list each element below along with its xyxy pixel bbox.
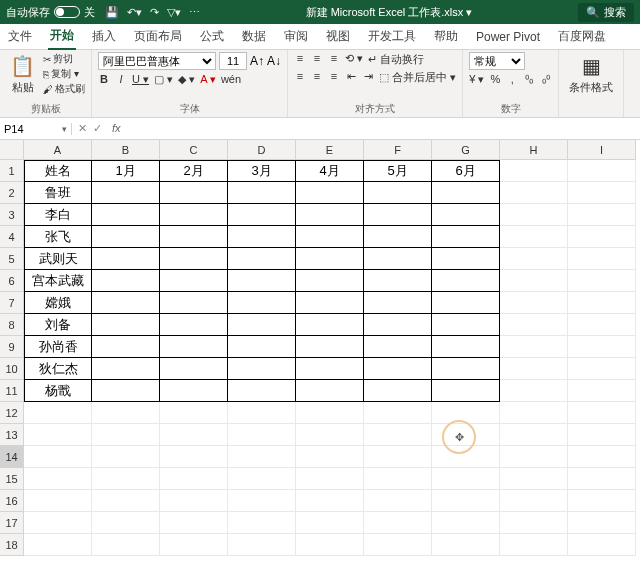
cell[interactable]	[228, 292, 296, 314]
cell[interactable]	[24, 534, 92, 556]
cell[interactable]	[364, 182, 432, 204]
cell[interactable]	[432, 512, 500, 534]
format-painter-button[interactable]: 🖌 格式刷	[43, 82, 85, 96]
cell[interactable]	[568, 248, 636, 270]
row-header[interactable]: 12	[0, 402, 24, 424]
increase-indent-button[interactable]: ⇥	[362, 70, 374, 85]
increase-decimal-button[interactable]: ⁰₀	[523, 73, 535, 86]
cell[interactable]	[568, 424, 636, 446]
row-header[interactable]: 15	[0, 468, 24, 490]
tab-review[interactable]: 审阅	[282, 24, 310, 49]
cell[interactable]	[296, 314, 364, 336]
cell[interactable]	[500, 336, 568, 358]
cell[interactable]	[296, 182, 364, 204]
cell[interactable]	[568, 512, 636, 534]
cell[interactable]	[228, 204, 296, 226]
cell[interactable]	[92, 468, 160, 490]
fx-icon[interactable]: fx	[108, 122, 125, 135]
column-header[interactable]: G	[432, 140, 500, 160]
cell[interactable]	[432, 380, 500, 402]
number-format-select[interactable]: 常规	[469, 52, 525, 70]
cell[interactable]	[24, 402, 92, 424]
column-header[interactable]: B	[92, 140, 160, 160]
cell[interactable]: 4月	[296, 160, 364, 182]
align-middle-button[interactable]: ≡	[311, 52, 323, 67]
cell[interactable]	[92, 292, 160, 314]
row-header[interactable]: 13	[0, 424, 24, 446]
name-box[interactable]: P14 ▾	[0, 123, 72, 135]
paste-button[interactable]: 📋 粘贴	[6, 52, 39, 97]
cell[interactable]	[500, 314, 568, 336]
comma-button[interactable]: ,	[506, 73, 518, 86]
merge-center-button[interactable]: ⬚ 合并后居中 ▾	[379, 70, 456, 85]
cell[interactable]	[160, 424, 228, 446]
cell[interactable]	[364, 270, 432, 292]
cell[interactable]	[500, 380, 568, 402]
cell[interactable]	[92, 534, 160, 556]
tab-insert[interactable]: 插入	[90, 24, 118, 49]
cell[interactable]	[364, 468, 432, 490]
cell[interactable]	[364, 336, 432, 358]
cell[interactable]	[92, 402, 160, 424]
cell[interactable]	[160, 358, 228, 380]
cell[interactable]	[228, 270, 296, 292]
cell[interactable]	[92, 204, 160, 226]
font-name-select[interactable]: 阿里巴巴普惠体	[98, 52, 216, 70]
cell[interactable]	[500, 160, 568, 182]
decrease-indent-button[interactable]: ⇤	[345, 70, 357, 85]
align-bottom-button[interactable]: ≡	[328, 52, 340, 67]
cell[interactable]	[364, 534, 432, 556]
cell[interactable]	[364, 314, 432, 336]
cell[interactable]	[92, 226, 160, 248]
cell[interactable]	[92, 358, 160, 380]
cell[interactable]	[364, 248, 432, 270]
cell[interactable]: 6月	[432, 160, 500, 182]
currency-button[interactable]: ¥ ▾	[469, 73, 484, 86]
column-header[interactable]: H	[500, 140, 568, 160]
tab-layout[interactable]: 页面布局	[132, 24, 184, 49]
column-header[interactable]: F	[364, 140, 432, 160]
cell[interactable]	[500, 512, 568, 534]
tab-baidu[interactable]: 百度网盘	[556, 24, 608, 49]
cell[interactable]	[500, 446, 568, 468]
cell[interactable]	[568, 402, 636, 424]
cell[interactable]	[92, 336, 160, 358]
cell[interactable]	[160, 336, 228, 358]
cell[interactable]	[92, 490, 160, 512]
cell-grid[interactable]: 姓名1月2月3月4月5月6月鲁班李白张飞武则天宫本武藏嫦娥刘备孙尚香狄仁杰杨戬	[24, 160, 636, 556]
underline-button[interactable]: U ▾	[132, 73, 149, 86]
cell[interactable]	[500, 204, 568, 226]
phonetic-button[interactable]: wén	[221, 73, 241, 86]
row-header[interactable]: 8	[0, 314, 24, 336]
cell[interactable]: 武则天	[24, 248, 92, 270]
cell[interactable]	[228, 446, 296, 468]
cell[interactable]	[432, 358, 500, 380]
cell[interactable]	[160, 490, 228, 512]
cell[interactable]	[568, 270, 636, 292]
cell[interactable]	[24, 446, 92, 468]
save-icon[interactable]: 💾	[105, 6, 119, 19]
cell[interactable]	[364, 226, 432, 248]
cell[interactable]	[364, 380, 432, 402]
row-header[interactable]: 10	[0, 358, 24, 380]
tab-powerpivot[interactable]: Power Pivot	[474, 26, 542, 48]
cell[interactable]	[568, 336, 636, 358]
cell[interactable]	[92, 248, 160, 270]
cell[interactable]	[24, 424, 92, 446]
wrap-text-button[interactable]: ↵ 自动换行	[368, 52, 424, 67]
cell[interactable]	[160, 182, 228, 204]
cell[interactable]: 1月	[92, 160, 160, 182]
decrease-decimal-button[interactable]: ₀⁰	[540, 73, 552, 86]
undo-icon[interactable]: ↶▾	[127, 6, 142, 19]
cell[interactable]: 3月	[228, 160, 296, 182]
cell[interactable]	[228, 534, 296, 556]
cell[interactable]	[24, 490, 92, 512]
row-header[interactable]: 5	[0, 248, 24, 270]
cell[interactable]: 李白	[24, 204, 92, 226]
cell[interactable]	[500, 534, 568, 556]
cell[interactable]	[500, 424, 568, 446]
fill-color-button[interactable]: ◆ ▾	[178, 73, 195, 86]
cell[interactable]	[160, 380, 228, 402]
cell[interactable]	[228, 468, 296, 490]
cell[interactable]	[500, 292, 568, 314]
